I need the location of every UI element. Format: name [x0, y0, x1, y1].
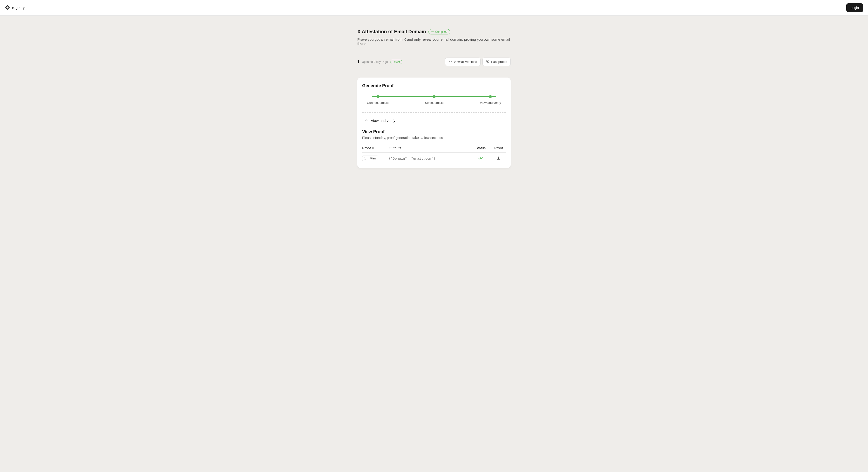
col-header-proof: Proof — [491, 146, 506, 150]
meta-row: 1 Updated 9 days ago Latest View all ver… — [357, 58, 511, 66]
login-button[interactable]: Login — [846, 3, 863, 12]
proof-id-cell: 1 View — [362, 156, 389, 161]
meta-right: View all versions Past proofs — [445, 58, 511, 66]
proof-table-header: Proof ID Outputs Status Proof — [362, 146, 506, 153]
svg-point-1 — [7, 7, 8, 8]
past-proofs-label: Past proofs — [491, 60, 507, 64]
step-dot-icon — [376, 95, 379, 98]
divider-vertical — [368, 157, 368, 160]
meta-left: 1 Updated 9 days ago Latest — [357, 60, 402, 64]
view-proof-subtitle: Please standby, proof generation takes a… — [362, 136, 506, 140]
past-proofs-button[interactable]: Past proofs — [483, 58, 511, 66]
main-container: X Attestation of Email Domain Compiled P… — [357, 15, 511, 178]
step-verify-label: View and verify — [480, 101, 501, 104]
step-dot-icon — [489, 95, 492, 98]
brand-name: registry — [12, 5, 25, 10]
view-all-versions-label: View all versions — [454, 60, 477, 64]
compiled-badge: Compiled — [429, 29, 450, 34]
latest-badge: Latest — [390, 60, 402, 64]
step-connect-label: Connect emails — [367, 101, 389, 104]
title-row: X Attestation of Email Domain Compiled — [357, 29, 511, 34]
step-dot-icon — [433, 95, 436, 98]
brand[interactable]: registry — [5, 5, 25, 11]
brand-logo-icon — [5, 5, 10, 11]
page-title: X Attestation of Email Domain — [357, 29, 426, 34]
app-header: registry Login — [0, 0, 868, 15]
check-double-icon — [431, 30, 434, 33]
divider — [362, 112, 506, 113]
generate-proof-card: Generate Proof Connect emails Select ema… — [357, 77, 511, 168]
check-double-icon — [478, 157, 483, 161]
back-label: View and verify — [371, 119, 395, 123]
step-connect[interactable]: Connect emails — [367, 95, 389, 104]
proof-id-value: 1 — [364, 157, 366, 160]
col-header-status: Status — [470, 146, 491, 150]
col-header-id: Proof ID — [362, 146, 389, 150]
download-icon[interactable] — [497, 157, 500, 161]
updated-text: Updated 9 days ago — [362, 60, 388, 64]
proof-status-cell — [470, 157, 491, 161]
view-all-versions-button[interactable]: View all versions — [445, 58, 481, 66]
proof-download-cell — [491, 156, 506, 161]
compiled-badge-label: Compiled — [435, 30, 447, 33]
proof-table: Proof ID Outputs Status Proof 1 View {"D… — [362, 146, 506, 161]
generate-proof-title: Generate Proof — [362, 83, 506, 89]
svg-point-2 — [450, 61, 451, 62]
proof-view-button[interactable]: 1 View — [362, 156, 378, 161]
proof-view-label: View — [370, 157, 376, 160]
commit-icon — [449, 60, 452, 64]
shield-icon — [486, 60, 490, 64]
step-select[interactable]: Select emails — [425, 95, 443, 104]
stepper: Connect emails Select emails View and ve… — [362, 95, 506, 104]
back-button[interactable]: View and verify — [362, 119, 506, 123]
step-select-label: Select emails — [425, 101, 443, 104]
step-verify[interactable]: View and verify — [480, 95, 501, 104]
arrow-left-icon — [365, 119, 368, 123]
view-proof-title: View Proof — [362, 129, 506, 134]
col-header-outputs: Outputs — [389, 146, 470, 150]
proof-output: {"Domain": "gmail.com"} — [389, 157, 470, 160]
table-row: 1 View {"Domain": "gmail.com"} — [362, 153, 506, 161]
page-subtitle: Prove you got an email from X and only r… — [357, 37, 511, 45]
version-number[interactable]: 1 — [357, 60, 360, 64]
